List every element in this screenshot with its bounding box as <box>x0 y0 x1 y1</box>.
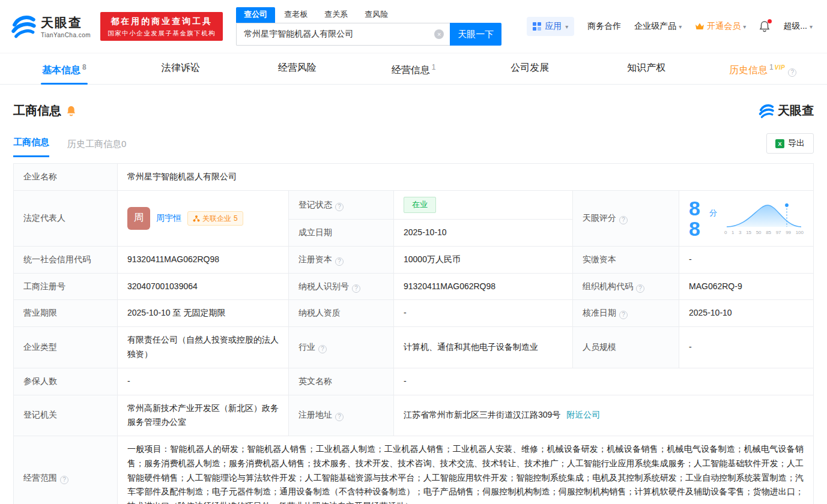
main-content: 工商信息 天眼查 工商信息 历史工商信息0 X <box>0 103 827 504</box>
table-row: 法定代表人 周 周宇恒 关联企业 5 登记状态? 在业 <box>14 191 814 220</box>
tab-legal-proceedings-label: 法律诉讼 <box>162 62 200 73</box>
site-header: 天眼查 TianYanCha.com 都在用的商业查询工具 国家中小企业发展子基… <box>0 0 827 53</box>
field-label: 实缴资本 <box>583 254 616 264</box>
taxpayer-quality-value-cell: - <box>394 300 573 327</box>
staff-size: - <box>689 342 692 352</box>
help-icon[interactable]: ? <box>352 284 360 293</box>
tianyan-score[interactable]: 88分 <box>689 198 804 239</box>
help-icon[interactable]: ? <box>318 345 327 353</box>
search-tab-company[interactable]: 查公司 <box>236 7 275 23</box>
notifications-bell[interactable] <box>759 20 770 32</box>
field-label: 参保人数 <box>23 376 57 386</box>
nav-business-cooperation[interactable]: 商务合作 <box>587 21 621 32</box>
axis-tick: 0 <box>724 229 727 237</box>
page-title: 工商信息 <box>13 103 76 119</box>
search-area: 查公司 查老板 查关系 查风险 × 天眼一下 <box>236 7 501 46</box>
related-companies-icon <box>193 215 200 222</box>
search-button[interactable]: 天眼一下 <box>450 23 501 46</box>
section-watermark-text: 天眼查 <box>778 103 814 119</box>
axis-tick: 50 <box>756 229 762 237</box>
nav-open-membership[interactable]: 开通会员 ▾ <box>695 21 746 32</box>
axis-tick: 97 <box>776 229 781 237</box>
table-row: 企业名称 常州星宇智能机器人有限公司 <box>14 164 814 191</box>
subtab-history-label: 历史工商信息 <box>67 139 121 149</box>
subtab-history-registration[interactable]: 历史工商信息0 <box>67 139 126 157</box>
registry-label-cell: 登记机关 <box>14 395 118 436</box>
credit-code: 91320411MAG062RQ98 <box>127 254 219 264</box>
search-tab-boss[interactable]: 查老板 <box>276 7 315 23</box>
tab-business-info-label: 经营信息 <box>392 65 430 75</box>
nav-user-menu-label: 超级... <box>783 21 807 32</box>
legal-rep-link[interactable]: 周宇恒 <box>156 211 181 226</box>
nearby-companies-link[interactable]: 附近公司 <box>566 410 600 419</box>
help-icon[interactable]: ? <box>335 203 344 211</box>
score-value: 88 <box>689 198 708 239</box>
company-section-tabs: 基本信息8 法律诉讼 经营风险 经营信息1 公司发展 知识产权 历史信息1VIP… <box>0 53 827 85</box>
tianyancha-logo-icon <box>759 103 774 119</box>
tianyancha-logo[interactable]: 天眼查 TianYanCha.com <box>11 14 91 39</box>
field-label: 成立日期 <box>298 227 332 237</box>
promo-banner-line1: 都在用的商业查询工具 <box>108 15 216 28</box>
tab-business-info[interactable]: 经营信息1 <box>356 53 472 84</box>
tab-operational-risk[interactable]: 经营风险 <box>239 53 356 84</box>
search-tab-relation[interactable]: 查关系 <box>317 7 356 23</box>
search-tab-risk[interactable]: 查风险 <box>357 7 396 23</box>
tab-basic-info[interactable]: 基本信息8 <box>6 53 123 84</box>
business-term-value-cell: 2025-10-10 至 无固定期限 <box>118 300 289 327</box>
promo-banner: 都在用的商业查询工具 国家中小企业发展子基金旗下机构 <box>100 12 223 41</box>
related-companies-badge[interactable]: 关联企业 5 <box>187 211 243 226</box>
score-distribution-chart <box>724 200 804 228</box>
tab-operational-risk-label: 经营风险 <box>278 62 317 73</box>
industry-label-cell: 行业? <box>289 327 394 368</box>
english-name: - <box>404 376 407 386</box>
reg-capital-value-cell: 10000万人民币 <box>394 246 573 273</box>
tab-company-development[interactable]: 公司发展 <box>471 53 588 84</box>
reg-status-label-cell: 登记状态? <box>289 191 394 220</box>
monitor-bell-icon[interactable] <box>66 105 76 116</box>
table-row: 工商注册号 320407001039064 纳税人识别号? 91320411MA… <box>14 273 814 300</box>
tab-history-info[interactable]: 历史信息1VIP? <box>704 53 821 84</box>
search-input-wrap: × <box>236 23 450 46</box>
section-title-text: 工商信息 <box>13 103 61 119</box>
nav-enterprise-products[interactable]: 企业级产品 ▾ <box>634 21 682 32</box>
industry: 计算机、通信和其他电子设备制造业 <box>404 342 538 352</box>
field-label: 登记状态 <box>298 200 332 209</box>
score-label-cell: 天眼评分? <box>573 191 679 247</box>
field-label: 注册资本 <box>298 254 332 264</box>
apps-menu[interactable]: 应用 ▾ <box>527 17 574 36</box>
axis-tick: 1 <box>732 229 734 237</box>
legal-rep-avatar[interactable]: 周 <box>127 207 150 230</box>
nav-user-menu[interactable]: 超级... ▾ <box>783 21 813 32</box>
axis-tick: 85 <box>766 229 771 237</box>
help-icon[interactable]: ? <box>788 68 796 77</box>
score-number: 88分 <box>689 198 717 239</box>
nav-business-cooperation-label: 商务合作 <box>587 21 621 32</box>
export-button[interactable]: X 导出 <box>766 133 814 154</box>
help-icon[interactable]: ? <box>335 413 344 421</box>
help-icon[interactable]: ? <box>619 216 628 224</box>
help-icon[interactable]: ? <box>636 284 644 293</box>
field-label: 核准日期 <box>583 308 616 317</box>
svg-text:X: X <box>778 141 781 147</box>
chevron-down-icon: ▾ <box>743 23 746 30</box>
tab-legal-proceedings[interactable]: 法律诉讼 <box>123 53 239 84</box>
help-icon[interactable]: ? <box>60 476 68 484</box>
subtab-business-registration[interactable]: 工商信息 <box>13 137 49 157</box>
help-icon[interactable]: ? <box>619 311 628 319</box>
field-label: 纳税人资质 <box>298 308 341 317</box>
field-label: 组织机构代码 <box>583 281 633 291</box>
company-name-label-cell: 企业名称 <box>14 164 118 191</box>
table-row: 经营范围? 一般项目：智能机器人的研发；智能机器人销售；工业机器人制造；工业机器… <box>14 436 814 504</box>
business-scope-label-cell: 经营范围? <box>14 436 118 504</box>
help-icon[interactable]: ? <box>335 257 344 266</box>
reg-status-value-cell: 在业 <box>394 191 573 220</box>
org-code-label-cell: 组织机构代码? <box>573 273 679 300</box>
approval-date-value-cell: 2025-10-10 <box>679 300 814 327</box>
score-axis: 0 1 3 15 50 85 97 99 100 <box>724 229 804 237</box>
paid-capital-label-cell: 实缴资本 <box>573 246 679 273</box>
search-input[interactable] <box>237 23 450 45</box>
insured-count-label-cell: 参保人数 <box>14 368 118 395</box>
tab-intellectual-property[interactable]: 知识产权 <box>588 53 704 84</box>
field-label: 注册地址 <box>298 410 332 419</box>
taxpayer-quality-label-cell: 纳税人资质 <box>289 300 394 327</box>
